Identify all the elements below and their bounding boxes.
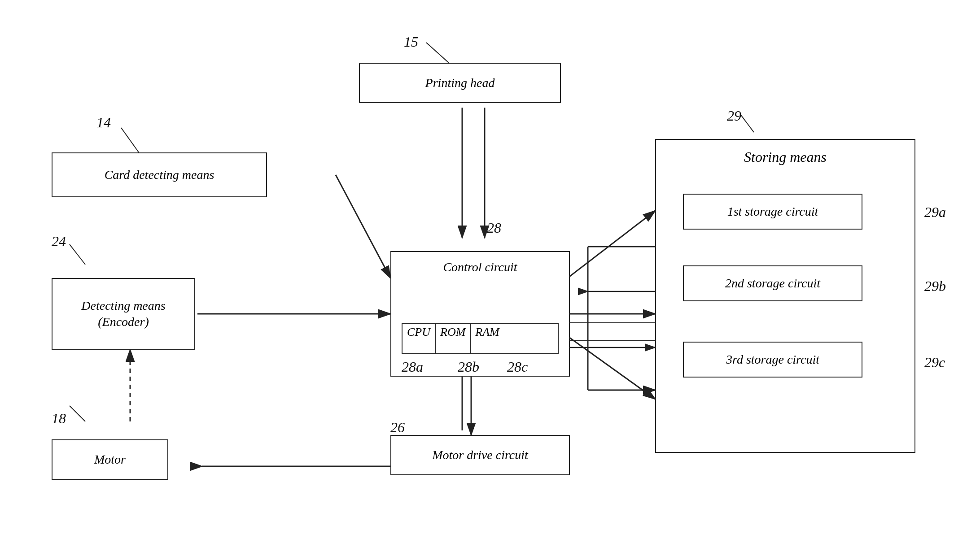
ref-29c: 29c [924,354,945,371]
printing-head-box: Printing head [359,63,561,103]
ref-28a: 28a [402,359,423,375]
ref-29a: 29a [924,204,946,221]
motor-drive-box: Motor drive circuit [390,435,570,475]
ref-29b: 29b [924,278,946,295]
svg-line-5 [70,406,85,421]
detecting-means-box: Detecting means(Encoder) [52,278,195,350]
svg-line-14 [568,211,655,278]
rom-label: ROM [440,326,465,339]
rom-cell: ROM [436,324,471,353]
storage3-box: 3rd storage circuit [683,342,862,378]
ref-24: 24 [52,233,66,250]
control-circuit-label: Control circuit [443,259,517,275]
ram-label: RAM [475,326,499,339]
cpu-cell: CPU [403,324,436,353]
cpu-rom-ram-row: CPU ROM RAM [402,323,559,354]
storage2-box: 2nd storage circuit [683,265,862,301]
svg-line-6 [740,114,754,132]
ref-14: 14 [96,114,111,131]
ram-cell: RAM [471,324,503,353]
card-detecting-box: Card detecting means [52,152,267,197]
svg-line-3 [426,43,449,63]
svg-line-4 [70,244,85,265]
ref-29: 29 [727,108,741,124]
storing-means-outer: Storing means 1st storage circuit 2nd st… [655,139,915,453]
printing-head-label: Printing head [425,75,495,91]
ref-28c: 28c [507,359,528,375]
motor-drive-label: Motor drive circuit [432,447,528,463]
storage2-label: 2nd storage circuit [725,275,820,291]
motor-label: Motor [94,451,126,468]
storage3-label: 3rd storage circuit [726,352,819,368]
ref-28b: 28b [458,359,479,375]
ref-15: 15 [404,34,418,50]
ref-26: 26 [390,419,405,436]
svg-line-9 [336,175,390,278]
detecting-means-label: Detecting means(Encoder) [81,298,165,330]
ref-18: 18 [52,410,66,427]
storage1-label: 1st storage circuit [727,204,818,220]
diagram: Printing head Card detecting means Detec… [0,0,967,560]
control-circuit-box: Control circuit [390,251,570,377]
storing-means-title: Storing means [744,149,827,165]
motor-box: Motor [52,439,168,480]
cpu-label: CPU [407,326,430,339]
card-detecting-label: Card detecting means [105,167,214,183]
ref-28: 28 [487,220,501,236]
storage1-box: 1st storage circuit [683,194,862,230]
svg-line-17 [568,336,655,399]
